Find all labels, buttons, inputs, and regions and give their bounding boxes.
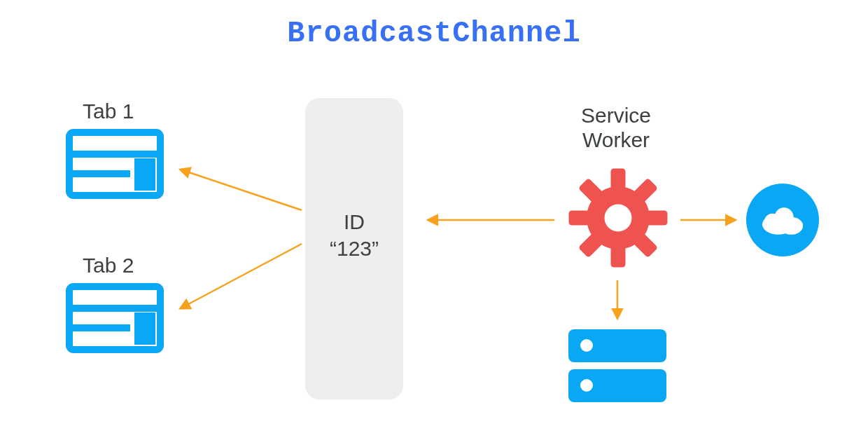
arrows-layer <box>0 0 868 440</box>
arrow-channel-to-tab1 <box>181 170 302 210</box>
diagram-stage: BroadcastChannel Tab 1 Tab 2 ID “123” Se… <box>0 0 868 440</box>
arrow-channel-to-tab2 <box>181 244 302 308</box>
